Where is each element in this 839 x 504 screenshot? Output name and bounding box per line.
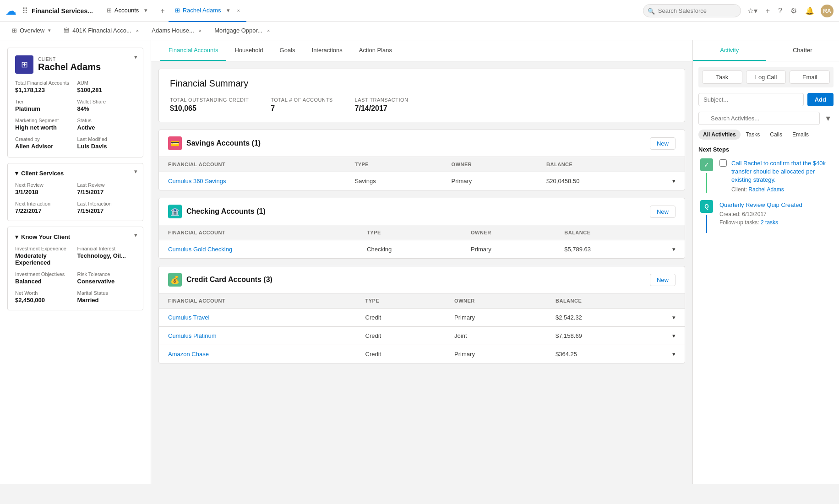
last-transaction: LAST TRANSACTION 7/14/2017 [355, 97, 409, 113]
amazon-chase-link[interactable]: Amazon Chase [168, 351, 209, 358]
cumulus-360-savings-link[interactable]: Cumulus 360 Savings [168, 178, 226, 184]
all-activities-filter[interactable]: All Activities [698, 130, 741, 140]
activity-tab[interactable]: Activity [693, 40, 766, 61]
mortgage-subtab[interactable]: Mortgage Oppor... × [208, 22, 276, 40]
table-row: Cumulus Gold Checking Checking Primary $… [159, 240, 685, 259]
checking-header: 🏦 Checking Accounts (1) New [159, 198, 685, 225]
ta-label: TOTAL # OF ACCOUNTS [271, 97, 332, 103]
checking-new-button[interactable]: New [650, 206, 676, 218]
top-nav-right: 🔍 ☆▾ + ? ⚙ 🔔 RA [643, 4, 834, 17]
savings-new-button[interactable]: New [650, 137, 676, 150]
savings-accounts-section: 💳 Savings Accounts (1) New FINANCIAL ACC… [158, 130, 685, 190]
overview-dropdown[interactable]: ▾ [48, 27, 51, 33]
emails-filter[interactable]: Emails [788, 130, 813, 140]
savings-col-balance: BALANCE [537, 157, 663, 172]
accounts-tab-label: Accounts [114, 7, 139, 14]
status: Status Active [77, 118, 136, 131]
credit-row-1-dropdown[interactable]: ▾ [663, 309, 685, 327]
financial-accounts-tab[interactable]: Financial Accounts [160, 40, 226, 61]
activity-1-checkbox[interactable] [719, 159, 727, 167]
activity-2-tasks-link[interactable]: 2 tasks [761, 219, 778, 226]
overview-subtab[interactable]: ⊞ Overview ▾ [5, 22, 57, 40]
cumulus-gold-checking-link[interactable]: Cumulus Gold Checking [168, 246, 232, 253]
activity-1-title[interactable]: Call Rachel to confirm that the $40k tra… [731, 159, 834, 184]
financial-summary-title: Financial Summary [170, 78, 674, 89]
credit-accounts-section: 💰 Credit Card Accounts (3) New FINANCIAL… [158, 266, 685, 363]
wallet-share: Wallet Share 84% [77, 99, 136, 112]
action-plans-tab[interactable]: Action Plans [351, 40, 400, 61]
savings-row-dropdown[interactable]: ▾ [663, 172, 685, 190]
tasks-filter[interactable]: Tasks [741, 130, 765, 140]
household-tab[interactable]: Household [226, 40, 271, 61]
credit-row-3-owner: Primary [445, 345, 546, 363]
nw-label: Net Worth [15, 290, 74, 296]
goals-tab[interactable]: Goals [272, 40, 304, 61]
salesforce-logo: ☁ [5, 5, 16, 17]
kyc-toggle[interactable]: ▾ [15, 233, 18, 240]
client-card-dropdown[interactable]: ▾ [134, 54, 137, 60]
task-button[interactable]: Task [702, 70, 742, 84]
total-fa-value: $1,178,123 [15, 87, 74, 93]
client-services-title: ▾ Client Services [15, 170, 136, 177]
log-call-button[interactable]: Log Call [746, 70, 786, 84]
credit-col-actions [663, 293, 685, 309]
rachel-tab[interactable]: ⊞ Rachel Adams ▾ × [169, 0, 246, 22]
married-label: Marital Status [77, 290, 136, 296]
credit-col-owner: OWNER [445, 293, 546, 309]
client-label: CLIENT [38, 57, 101, 62]
credit-new-button[interactable]: New [650, 274, 676, 286]
app-name: Financial Services... [32, 7, 93, 15]
cumulus-travel-link[interactable]: Cumulus Travel [168, 314, 209, 321]
credit-row-3-dropdown[interactable]: ▾ [663, 345, 685, 363]
accounts-tab-dropdown[interactable]: ▾ [142, 7, 150, 14]
search-activities-input[interactable] [698, 112, 820, 125]
search-activities-row: 🔍 ▼ [698, 112, 834, 125]
global-search-input[interactable] [643, 4, 741, 17]
credit-col-type: TYPE [356, 293, 446, 309]
adams-close[interactable]: × [199, 28, 202, 33]
right-panel-content: Task Log Call Email Add 🔍 ▼ All Activiti… [693, 61, 839, 484]
notifications-button[interactable]: 🔔 [803, 5, 816, 17]
rachel-tab-close[interactable]: × [237, 8, 240, 13]
credit-row-2-dropdown[interactable]: ▾ [663, 327, 685, 345]
financial-interest: Financial Interest Technology, Oil... [77, 246, 136, 266]
subject-input[interactable] [698, 93, 804, 106]
global-search[interactable]: 🔍 [643, 4, 741, 17]
settings-button[interactable]: ⚙ [789, 5, 799, 17]
toc-value: $10,065 [170, 104, 249, 113]
add-activity-button[interactable]: Add [807, 93, 834, 106]
credit-row-1-owner: Primary [445, 309, 546, 327]
checking-row-dropdown[interactable]: ▾ [663, 240, 685, 259]
client-services-toggle[interactable]: ▾ [15, 170, 18, 177]
401k-subtab[interactable]: 🏛 401K Financial Acco... × [57, 22, 145, 40]
avatar[interactable]: RA [821, 5, 834, 17]
client-services-dropdown[interactable]: ▾ [134, 168, 137, 175]
client-name[interactable]: Rachel Adams [38, 62, 101, 72]
mortgage-close[interactable]: × [267, 28, 270, 33]
rachel-tab-dropdown[interactable]: ▾ [224, 7, 233, 14]
savings-row-owner: Primary [442, 172, 538, 190]
accounts-tab[interactable]: ⊞ Accounts ▾ [100, 0, 157, 22]
help-button[interactable]: ? [776, 5, 784, 17]
chatter-tab[interactable]: Chatter [766, 40, 839, 61]
401k-close[interactable]: × [136, 28, 139, 33]
activity-2-title[interactable]: Quarterly Review Quip Created [719, 201, 834, 209]
savings-col-account: FINANCIAL ACCOUNT [159, 157, 345, 172]
next-interaction: Next Interaction 7/22/2017 [15, 201, 74, 214]
add-tab-button[interactable]: + [157, 0, 168, 22]
last-interaction: Last Interaction 7/15/2017 [77, 201, 136, 214]
calls-filter[interactable]: Calls [765, 130, 787, 140]
interactions-tab[interactable]: Interactions [304, 40, 351, 61]
activities-filter-button[interactable]: ▼ [823, 113, 834, 125]
email-button[interactable]: Email [790, 70, 830, 84]
activity-1-client-link[interactable]: Rachel Adams [748, 186, 784, 193]
favorites-button[interactable]: ☆▾ [746, 5, 759, 17]
cumulus-platinum-link[interactable]: Cumulus Platinum [168, 332, 217, 339]
add-button[interactable]: + [764, 5, 772, 17]
savings-header: 💳 Savings Accounts (1) New [159, 130, 685, 157]
credit-row-3-balance: $364.25 [546, 345, 663, 363]
table-row: Cumulus 360 Savings Savings Primary $20,… [159, 172, 685, 190]
adams-subtab[interactable]: Adams House... × [145, 22, 208, 40]
client-services-grid: Next Review 3/1/2018 Last Review 7/15/20… [15, 182, 136, 214]
kyc-dropdown[interactable]: ▾ [134, 232, 137, 238]
